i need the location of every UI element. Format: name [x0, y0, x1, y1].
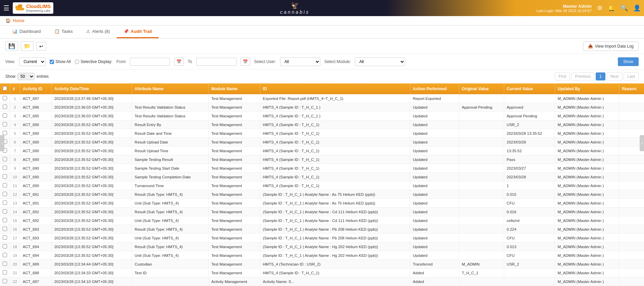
table-header-row: # Activity ID Activity Date/Time Attribu…: [0, 83, 644, 94]
row-attribute: Custodian: [132, 260, 209, 269]
row-checkbox[interactable]: [3, 166, 7, 170]
row-record-id: HMTS_4 (Sample ID : T_H_C_1): [260, 129, 410, 138]
undo-button[interactable]: ↩: [36, 42, 46, 51]
row-checkbox[interactable]: [3, 131, 7, 135]
user-select[interactable]: All Master Admin USR_2: [280, 57, 320, 66]
show-button[interactable]: Show: [618, 57, 639, 66]
to-date-picker-button[interactable]: 📅: [240, 58, 250, 66]
row-attribute: Result (Sub Type: HMTS_4): [132, 208, 209, 216]
module-select[interactable]: All Test Management Activity Management: [355, 57, 405, 66]
folder-button[interactable]: 📁: [21, 41, 34, 51]
select-all-checkbox[interactable]: [3, 86, 7, 91]
row-checkbox[interactable]: [3, 105, 7, 109]
current-page-button[interactable]: 1: [596, 72, 605, 80]
view-import-button[interactable]: 📥 View Import Data Log: [583, 42, 639, 51]
col-action[interactable]: Action Performed: [410, 83, 459, 94]
search-icon[interactable]: 🔍: [621, 4, 628, 12]
row-activity-id: ACT_696: [20, 103, 51, 112]
row-checkbox[interactable]: [3, 253, 7, 257]
view-select[interactable]: Current All Archive: [19, 57, 46, 66]
to-date-input[interactable]: [196, 58, 236, 66]
row-checkbox[interactable]: [3, 235, 7, 240]
row-current: 2023/03/28: [504, 173, 555, 181]
row-activity-id: ACT_690: [20, 138, 51, 147]
row-updated-by: M_ADMIN (Master Admin ): [555, 103, 619, 112]
row-updated-by: M_ADMIN (Master Admin ): [555, 269, 619, 277]
row-module: Test Management: [209, 103, 260, 112]
home-icon[interactable]: 🏠: [5, 18, 11, 23]
show-all-checkbox[interactable]: [50, 60, 54, 64]
bell-icon[interactable]: 🔔: [608, 4, 615, 12]
tab-alerts[interactable]: ⚠ Alerts (8): [79, 25, 117, 38]
user-icon[interactable]: 👤: [633, 4, 641, 12]
row-original: [459, 129, 504, 138]
row-attribute: Result (Sub Type: HMTS_4): [132, 242, 209, 251]
row-num: 22: [10, 277, 20, 286]
row-checkbox[interactable]: [3, 96, 7, 100]
last-page-button[interactable]: Last: [624, 72, 639, 80]
next-page-button[interactable]: Next: [607, 72, 623, 80]
row-updated-by: M_ADMIN (Master Admin ): [555, 260, 619, 269]
row-datetime: 2023/03/28 [13:35:52 GMT+05:30]: [51, 190, 132, 199]
brand-name: cannabis: [280, 9, 310, 15]
col-activity-id[interactable]: Activity ID: [20, 83, 51, 94]
col-module[interactable]: Module Name: [209, 83, 260, 94]
scroll-right-button[interactable]: ›: [640, 135, 644, 151]
row-checkbox[interactable]: [3, 183, 7, 187]
tab-dashboard[interactable]: 📊 Dashboard: [5, 25, 48, 38]
row-checkbox[interactable]: [3, 262, 7, 266]
col-reason[interactable]: Reason: [619, 83, 644, 94]
row-action: Updated: [410, 225, 459, 234]
save-button[interactable]: 💾: [5, 41, 18, 51]
row-datetime: 2023/03/28 [13:34:44 GMT+05:30]: [51, 260, 132, 269]
row-checkbox[interactable]: [3, 122, 7, 126]
row-current: USR_2: [504, 260, 555, 269]
row-attribute: Result Upload Time: [132, 147, 209, 155]
col-updated-by[interactable]: Updated By: [555, 83, 619, 94]
row-datetime: 2023/03/28 [13:35:52 GMT+05:30]: [51, 234, 132, 242]
row-record-id: HMTS_4 (Sample ID : T_H_C_1): [260, 173, 410, 181]
row-checkbox[interactable]: [3, 192, 7, 196]
row-checkbox[interactable]: [3, 209, 7, 214]
row-current: Approved: [504, 103, 555, 112]
col-attribute[interactable]: Attribute Name: [132, 83, 209, 94]
row-checkbox[interactable]: [3, 218, 7, 222]
table-row: 22 ACT_687 2023/03/28 [13:34:10 GMT+05:3…: [0, 277, 644, 286]
home-label[interactable]: Home: [13, 18, 24, 23]
first-page-button[interactable]: First: [555, 72, 570, 80]
hamburger-icon[interactable]: ☰: [3, 4, 9, 12]
entries-select[interactable]: 10 25 50 100: [17, 73, 35, 80]
tab-tasks[interactable]: 📋 Tasks: [48, 25, 79, 38]
row-checkbox[interactable]: [3, 270, 7, 275]
scroll-left-button[interactable]: ‹: [0, 135, 4, 151]
col-datetime[interactable]: Activity Date/Time: [51, 83, 132, 94]
row-module: Test Management: [209, 190, 260, 199]
row-record-id: (Sample ID : T_H_C_1 | Analyte Name : Cd…: [260, 216, 410, 225]
tab-audit-trail[interactable]: 📌 Audit Trail: [117, 25, 159, 38]
row-record-id: HMTS_4 (Technician ID : USR_2): [260, 260, 410, 269]
row-checkbox[interactable]: [3, 113, 7, 118]
tab-audit-trail-label: Audit Trail: [131, 29, 152, 34]
from-date-input[interactable]: [130, 58, 170, 66]
row-activity-id: ACT_690: [20, 147, 51, 155]
col-id[interactable]: ID: [260, 83, 410, 94]
audit-trail-table-container: # Activity ID Activity Date/Time Attribu…: [0, 83, 644, 286]
filter-bar: View: Current All Archive Show All Selec…: [0, 54, 644, 70]
col-original[interactable]: Original Value: [459, 83, 504, 94]
from-date-picker-button[interactable]: 📅: [174, 58, 184, 66]
row-checkbox[interactable]: [3, 279, 7, 283]
row-checkbox[interactable]: [3, 157, 7, 161]
row-checkbox-cell: [0, 120, 10, 129]
settings-icon[interactable]: ⚙: [597, 4, 602, 12]
col-current[interactable]: Current Value: [504, 83, 555, 94]
row-checkbox[interactable]: [3, 201, 7, 205]
row-checkbox[interactable]: [3, 244, 7, 248]
table-row: 3 ACT_695 2023/03/28 [13:36:03 GMT+05:30…: [0, 112, 644, 120]
row-checkbox[interactable]: [3, 227, 7, 231]
row-checkbox[interactable]: [3, 174, 7, 179]
previous-page-button[interactable]: Previous: [571, 72, 594, 80]
row-action: Updated: [410, 129, 459, 138]
row-datetime: 2023/03/28 [13:35:52 GMT+05:30]: [51, 225, 132, 234]
col-num: #: [10, 83, 20, 94]
selective-radio[interactable]: [75, 60, 79, 64]
